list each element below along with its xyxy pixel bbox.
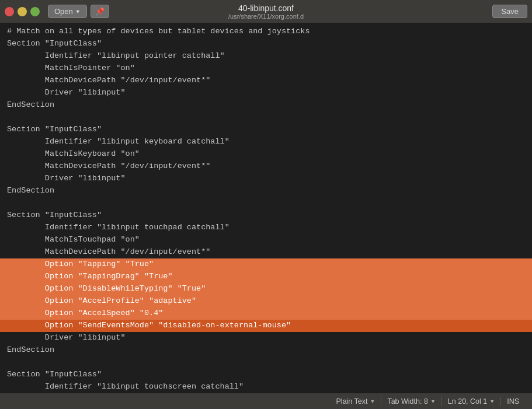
close-button[interactable]: ✕ xyxy=(5,7,14,16)
code-line: MatchDevicePath "/dev/input/event*" xyxy=(0,246,532,258)
position-label: Ln 20, Col 1 xyxy=(448,397,487,405)
code-line: # Match on all types of devices but tabl… xyxy=(0,26,532,38)
code-line: Section "InputClass" xyxy=(0,209,532,222)
window-title: 40-libinput.conf xyxy=(228,4,304,13)
title-bar-left: ✕ − + Open ▼ 📌 xyxy=(5,5,109,18)
ins-label: INS xyxy=(507,397,519,405)
code-line: MatchDevicePath "/dev/input/event*" xyxy=(0,160,532,173)
code-line: Option "DisableWhileTyping" "True" xyxy=(0,283,532,295)
code-line: Driver "libinput" xyxy=(0,87,532,99)
plain-text-label: Plain Text xyxy=(336,397,368,405)
code-line xyxy=(0,356,532,369)
code-line: MatchIsTouchpad "on" xyxy=(0,234,532,246)
window-subtitle: /usr/share/X11/xorg.conf.d xyxy=(228,13,304,20)
code-line: EndSection xyxy=(0,344,532,356)
code-line: Driver "libinput" xyxy=(0,332,532,344)
tab-width-label: Tab Width: 8 xyxy=(387,397,427,405)
minimize-button[interactable]: − xyxy=(18,7,27,16)
code-line: Option "Tapping" "True" xyxy=(0,258,532,271)
open-label: Open xyxy=(54,7,73,16)
pin-icon: 📌 xyxy=(95,7,105,16)
ins-mode[interactable]: INS xyxy=(501,393,525,410)
tab-width-selector[interactable]: Tab Width: 8 ▼ xyxy=(381,393,441,410)
code-line: Identifier "libinput touchpad catchall" xyxy=(0,222,532,234)
code-line: Option "AccelProfile" "adaptive" xyxy=(0,295,532,307)
code-line: Identifier "libinput keyboard catchall" xyxy=(0,136,532,148)
code-line: Section "InputClass" xyxy=(0,124,532,136)
code-line: MatchDevicePath "/dev/input/event*" xyxy=(0,75,532,87)
plain-text-chevron-icon: ▼ xyxy=(370,398,375,404)
cursor-position[interactable]: Ln 20, Col 1 ▼ xyxy=(442,393,500,410)
code-line: Option "TappingDrag" "True" xyxy=(0,271,532,283)
code-line: Identifier "libinput pointer catchall" xyxy=(0,50,532,62)
position-chevron-icon: ▼ xyxy=(489,398,495,404)
code-line: EndSection xyxy=(0,185,532,197)
save-button[interactable]: Save xyxy=(492,5,527,18)
title-center: 40-libinput.conf /usr/share/X11/xorg.con… xyxy=(228,4,304,20)
code-line xyxy=(0,197,532,209)
code-line xyxy=(0,111,532,124)
status-bar: Plain Text ▼ Tab Width: 8 ▼ Ln 20, Col 1… xyxy=(0,393,532,409)
code-content: # Match on all types of devices but tabl… xyxy=(0,26,532,393)
code-line: Option "SendEventsMode" "disabled-on-ext… xyxy=(0,320,532,332)
code-line: MatchIsKeyboard "on" xyxy=(0,148,532,160)
code-line: EndSection xyxy=(0,99,532,111)
code-line: Section "InputClass" xyxy=(0,369,532,381)
code-line: Option "AccelSpeed" "0.4" xyxy=(0,307,532,320)
open-chevron-icon: ▼ xyxy=(75,9,81,15)
code-line: Section "InputClass" xyxy=(0,38,532,50)
editor-area[interactable]: # Match on all types of devices but tabl… xyxy=(0,23,532,393)
maximize-button[interactable]: + xyxy=(30,7,40,16)
tab-width-chevron-icon: ▼ xyxy=(430,398,436,404)
open-button[interactable]: Open ▼ xyxy=(48,5,87,18)
toolbar-pin-button[interactable]: 📌 xyxy=(91,5,109,18)
code-line: MatchIsPointer "on" xyxy=(0,62,532,75)
code-line: Driver "libinput" xyxy=(0,173,532,185)
title-bar: ✕ − + Open ▼ 📌 40-libinput.conf /usr/sha… xyxy=(0,0,532,23)
plain-text-selector[interactable]: Plain Text ▼ xyxy=(331,393,381,410)
code-line: Identifier "libinput touchscreen catchal… xyxy=(0,381,532,393)
